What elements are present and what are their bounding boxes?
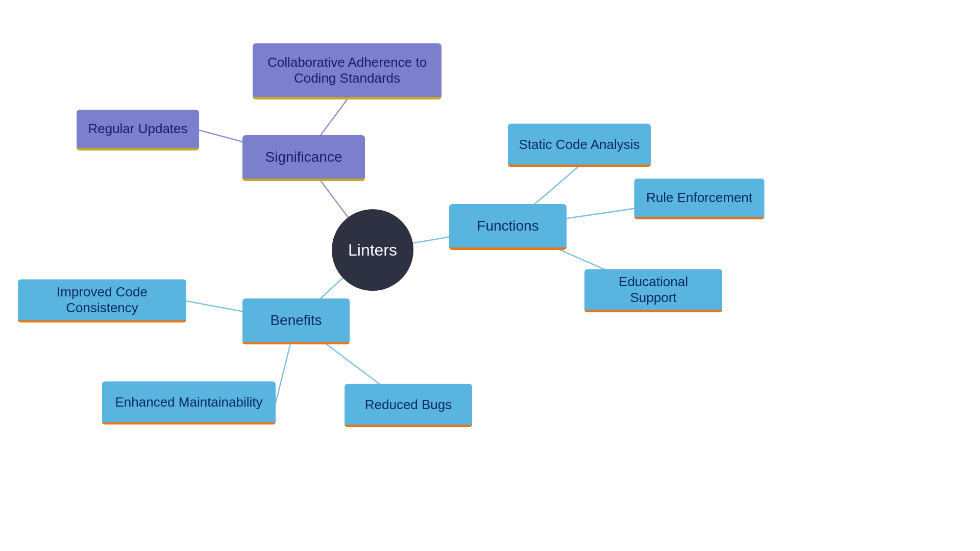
benefits-label: Benefits — [270, 312, 322, 329]
node-improved-code-consistency: Improved Code Consistency — [18, 280, 186, 323]
node-benefits: Benefits — [242, 298, 350, 344]
collab-label: Collaborative Adherence to Coding Standa… — [263, 55, 431, 86]
node-enhanced-maintainability: Enhanced Maintainability — [102, 382, 276, 425]
center-node-label: Linters — [348, 241, 397, 260]
node-reduced-bugs: Reduced Bugs — [345, 384, 472, 428]
center-node-linters: Linters — [332, 209, 413, 291]
node-educational-support: Educational Support — [584, 269, 722, 313]
node-regular-updates: Regular Updates — [77, 110, 199, 151]
functions-label: Functions — [477, 218, 538, 234]
mind-map: Linters Significance Collaborative Adher… — [0, 0, 980, 551]
node-collab: Collaborative Adherence to Coding Standa… — [253, 43, 442, 99]
connections-svg — [0, 0, 980, 551]
node-static-code-analysis: Static Code Analysis — [508, 124, 651, 167]
reduced-label: Reduced Bugs — [365, 396, 452, 412]
static-code-label: Static Code Analysis — [519, 136, 640, 152]
improved-label: Improved Code Consistency — [26, 284, 179, 316]
educational-label: Educational Support — [595, 274, 712, 306]
rule-enforcement-label: Rule Enforcement — [646, 190, 752, 206]
regular-updates-label: Regular Updates — [88, 121, 187, 137]
significance-label: Significance — [265, 149, 342, 165]
node-significance: Significance — [242, 135, 365, 181]
node-rule-enforcement: Rule Enforcement — [634, 179, 765, 219]
node-functions: Functions — [449, 204, 567, 250]
enhanced-label: Enhanced Maintainability — [115, 394, 262, 410]
